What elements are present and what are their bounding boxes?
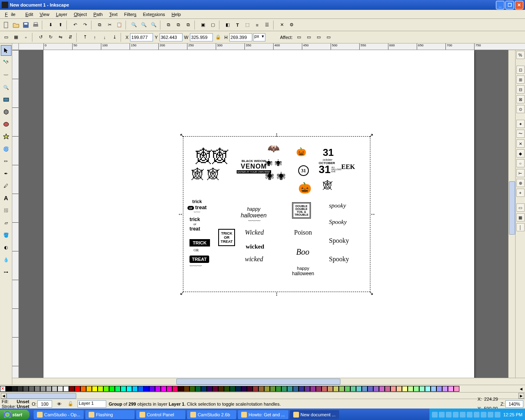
taskbar-item[interactable]: Flashing bbox=[85, 410, 135, 419]
undo-button[interactable]: ↶ bbox=[71, 21, 80, 30]
color-swatch[interactable] bbox=[362, 386, 368, 392]
menu-filters[interactable]: Filters bbox=[121, 11, 140, 18]
select-layers-button[interactable]: ▦ bbox=[11, 33, 21, 42]
color-swatch[interactable] bbox=[69, 386, 75, 392]
calligraphy-tool[interactable]: 🖊 bbox=[1, 180, 11, 191]
color-swatch[interactable] bbox=[327, 386, 333, 392]
color-swatch[interactable] bbox=[11, 386, 17, 392]
scrollbar-horizontal[interactable] bbox=[12, 378, 525, 385]
h-input[interactable] bbox=[229, 33, 252, 41]
color-swatch[interactable] bbox=[172, 386, 178, 392]
select-all-button[interactable]: ▭ bbox=[2, 33, 11, 42]
color-swatch[interactable] bbox=[212, 386, 218, 392]
color-swatch[interactable] bbox=[310, 386, 316, 392]
zoom-tool[interactable]: 🔍 bbox=[1, 82, 11, 93]
snap-edge-button[interactable]: ⊞ bbox=[516, 75, 525, 84]
color-swatch[interactable] bbox=[109, 386, 115, 392]
color-swatch[interactable] bbox=[132, 386, 138, 392]
raise-button[interactable]: ↑ bbox=[90, 33, 99, 42]
tray-icon[interactable] bbox=[495, 412, 500, 418]
color-swatch[interactable] bbox=[29, 386, 34, 392]
system-tray[interactable]: 12:25 PM bbox=[429, 409, 525, 420]
print-button[interactable] bbox=[31, 21, 40, 30]
color-swatch[interactable] bbox=[201, 386, 207, 392]
raise-top-button[interactable]: ⤒ bbox=[80, 33, 89, 42]
layers-button[interactable]: ☰ bbox=[262, 21, 272, 30]
import-button[interactable]: ⬇ bbox=[46, 21, 55, 30]
color-swatch[interactable] bbox=[167, 386, 172, 392]
color-swatch[interactable] bbox=[178, 386, 184, 392]
color-swatch[interactable] bbox=[431, 386, 436, 392]
affect-stroke-button[interactable]: ▭ bbox=[294, 33, 304, 42]
color-swatch[interactable] bbox=[368, 386, 373, 392]
box3d-tool[interactable] bbox=[1, 107, 11, 117]
snap-obj-center-button[interactable]: ⊕ bbox=[516, 179, 525, 187]
deselect-button[interactable]: ▫ bbox=[21, 33, 30, 42]
clock[interactable]: 12:25 PM bbox=[503, 412, 523, 417]
color-swatch[interactable] bbox=[52, 386, 57, 392]
taskbar-item[interactable]: New document ... bbox=[290, 410, 339, 419]
color-swatch[interactable] bbox=[189, 386, 195, 392]
bucket-tool[interactable]: 🪣 bbox=[1, 230, 11, 240]
color-swatch[interactable] bbox=[385, 386, 390, 392]
tray-icon[interactable] bbox=[446, 412, 452, 418]
color-swatch[interactable] bbox=[413, 386, 419, 392]
start-button[interactable]: start bbox=[0, 410, 30, 420]
color-swatch[interactable] bbox=[448, 386, 454, 392]
color-swatch[interactable] bbox=[34, 386, 40, 392]
lower-bottom-button[interactable]: ⤓ bbox=[110, 33, 119, 42]
color-swatch[interactable] bbox=[402, 386, 408, 392]
opacity-input[interactable] bbox=[37, 400, 52, 408]
color-swatch[interactable] bbox=[6, 386, 11, 392]
copy-button[interactable]: ⧉ bbox=[95, 21, 104, 30]
open-button[interactable] bbox=[11, 21, 21, 30]
fill-value[interactable]: Unset bbox=[17, 399, 30, 404]
paste-button[interactable]: 📋 bbox=[115, 21, 124, 30]
snap-enable-button[interactable]: % bbox=[516, 51, 525, 59]
color-swatch[interactable] bbox=[80, 386, 86, 392]
ungroup-button[interactable]: ▢ bbox=[208, 21, 217, 30]
save-button[interactable] bbox=[21, 21, 30, 30]
align-button[interactable]: ≡ bbox=[253, 21, 262, 30]
unlink-button[interactable]: ⧉ bbox=[184, 21, 193, 30]
redo-button[interactable]: ↷ bbox=[80, 21, 89, 30]
color-swatch[interactable] bbox=[184, 386, 189, 392]
lock-aspect-button[interactable]: 🔒 bbox=[214, 33, 223, 42]
ruler-horizontal[interactable]: 0501001502002503003504004505005506006507… bbox=[19, 43, 525, 50]
color-swatch[interactable] bbox=[258, 386, 264, 392]
new-button[interactable] bbox=[2, 21, 11, 30]
snap-grid-button[interactable]: ▦ bbox=[516, 213, 525, 221]
color-swatch[interactable] bbox=[23, 386, 29, 392]
menu-path[interactable]: Path bbox=[90, 11, 106, 18]
color-swatch[interactable] bbox=[270, 386, 276, 392]
color-swatch[interactable] bbox=[218, 386, 224, 392]
color-swatch[interactable] bbox=[356, 386, 362, 392]
color-swatch[interactable] bbox=[63, 386, 69, 392]
color-swatch[interactable] bbox=[419, 386, 425, 392]
color-swatch[interactable] bbox=[138, 386, 144, 392]
layer-select[interactable]: Layer 1 bbox=[78, 400, 106, 408]
tray-icon[interactable] bbox=[432, 412, 438, 418]
color-swatch[interactable] bbox=[339, 386, 345, 392]
rect-tool[interactable] bbox=[1, 94, 11, 105]
minimize-button[interactable]: _ bbox=[496, 1, 504, 9]
color-swatch[interactable] bbox=[149, 386, 155, 392]
text-dialog-button[interactable]: T bbox=[233, 21, 242, 30]
color-swatch[interactable] bbox=[247, 386, 253, 392]
color-swatch[interactable] bbox=[408, 386, 413, 392]
color-swatch[interactable] bbox=[379, 386, 385, 392]
color-swatch[interactable] bbox=[224, 386, 230, 392]
snap-page-button[interactable]: ▭ bbox=[516, 203, 525, 212]
color-swatch[interactable] bbox=[121, 386, 126, 392]
bezier-tool[interactable]: ✒ bbox=[1, 168, 11, 179]
cut-button[interactable]: ✂ bbox=[105, 21, 114, 30]
menu-object[interactable]: Object bbox=[71, 11, 90, 18]
color-swatch[interactable] bbox=[46, 386, 52, 392]
snap-line-mid-button[interactable]: ⊢ bbox=[516, 169, 525, 177]
color-swatch[interactable] bbox=[316, 386, 322, 392]
color-swatch[interactable] bbox=[235, 386, 241, 392]
snap-center-button[interactable]: ⊙ bbox=[516, 105, 525, 113]
menu-help[interactable]: Help bbox=[168, 11, 184, 18]
selection-box[interactable]: ↖ ↕ ↗ ↔ ↔ ↙ ↕ ↘ 🕸🕸 🕸 🕸 BLACK WIDOW bbox=[183, 136, 370, 292]
tray-icon[interactable] bbox=[439, 412, 445, 418]
